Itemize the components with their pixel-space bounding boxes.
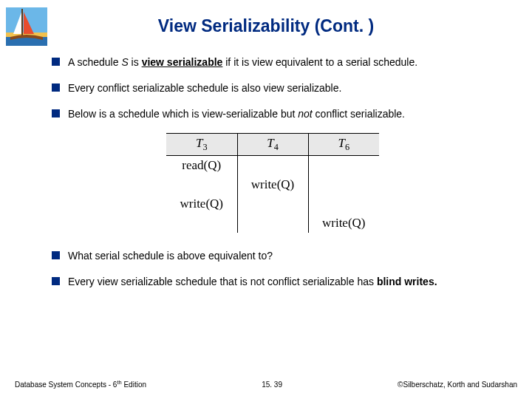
term-blind-writes: blind writes. bbox=[377, 276, 437, 287]
col-header: T6 bbox=[308, 133, 379, 155]
schedule-table-wrap: T3 T4 T6 read(Q) write(Q) write(Q) bbox=[52, 133, 494, 233]
cell: read(Q) bbox=[166, 156, 237, 176]
bullet-item: Every conflict serializable schedule is … bbox=[52, 81, 494, 95]
cell bbox=[237, 194, 308, 214]
bullet-item: What serial schedule is above equivalent… bbox=[52, 249, 494, 263]
svg-rect-3 bbox=[21, 9, 23, 35]
sailboat-logo bbox=[6, 7, 47, 46]
variable-s: S bbox=[121, 56, 128, 68]
slide-content: A schedule S is view serializable if it … bbox=[0, 55, 532, 289]
emphasis-not: not bbox=[298, 108, 312, 120]
cell: write(Q) bbox=[308, 214, 379, 233]
term-view-serializable: view serializable bbox=[142, 56, 223, 68]
text: Every view serializable schedule that is… bbox=[68, 276, 377, 287]
text: conflict serializable. bbox=[313, 108, 405, 120]
table-row: read(Q) bbox=[166, 156, 379, 176]
cell bbox=[308, 175, 379, 194]
table-header-row: T3 T4 T6 bbox=[166, 133, 379, 155]
footer-left: Database System Concepts - 6th Edition bbox=[15, 379, 146, 389]
text: Every conflict serializable schedule is … bbox=[68, 82, 341, 94]
text: if it is view equivalent to a serial sch… bbox=[222, 56, 417, 68]
slide-title: View Serializability (Cont. ) bbox=[0, 0, 532, 55]
bullet-item: Every view serializable schedule that is… bbox=[52, 275, 494, 289]
bullet-item: A schedule S is view serializable if it … bbox=[52, 55, 494, 69]
text: What serial schedule is above equivalent… bbox=[68, 250, 273, 262]
text: Below is a schedule which is view-serial… bbox=[68, 108, 298, 120]
cell bbox=[166, 175, 237, 194]
table-row: write(Q) bbox=[166, 194, 379, 214]
footer-page-number: 15. 39 bbox=[262, 381, 282, 389]
table-row: write(Q) bbox=[166, 175, 379, 194]
cell: write(Q) bbox=[166, 194, 237, 214]
col-header: T3 bbox=[166, 133, 237, 155]
cell bbox=[166, 214, 237, 233]
footer-copyright: ©Silberschatz, Korth and Sudarshan bbox=[398, 381, 517, 389]
cell: write(Q) bbox=[237, 175, 308, 194]
cell bbox=[308, 194, 379, 214]
text: is bbox=[129, 56, 142, 68]
cell bbox=[237, 156, 308, 176]
col-header: T4 bbox=[237, 133, 308, 155]
table-row: write(Q) bbox=[166, 214, 379, 233]
schedule-table: T3 T4 T6 read(Q) write(Q) write(Q) bbox=[166, 133, 379, 233]
text: A schedule bbox=[68, 56, 121, 68]
bullet-item: Below is a schedule which is view-serial… bbox=[52, 107, 494, 121]
cell bbox=[308, 156, 379, 176]
cell bbox=[237, 214, 308, 233]
slide-footer: Database System Concepts - 6th Edition 1… bbox=[0, 379, 532, 389]
